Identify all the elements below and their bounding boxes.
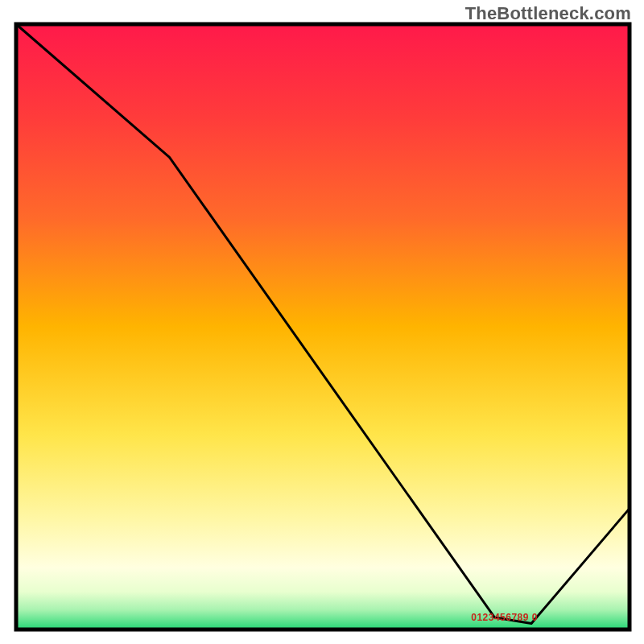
valley-zero-label: 0123456789 0: [471, 612, 538, 623]
chart-svg: [0, 0, 644, 644]
chart-stage: TheBottleneck.com 0123456789 0: [0, 0, 644, 644]
gradient-background: [18, 26, 628, 628]
